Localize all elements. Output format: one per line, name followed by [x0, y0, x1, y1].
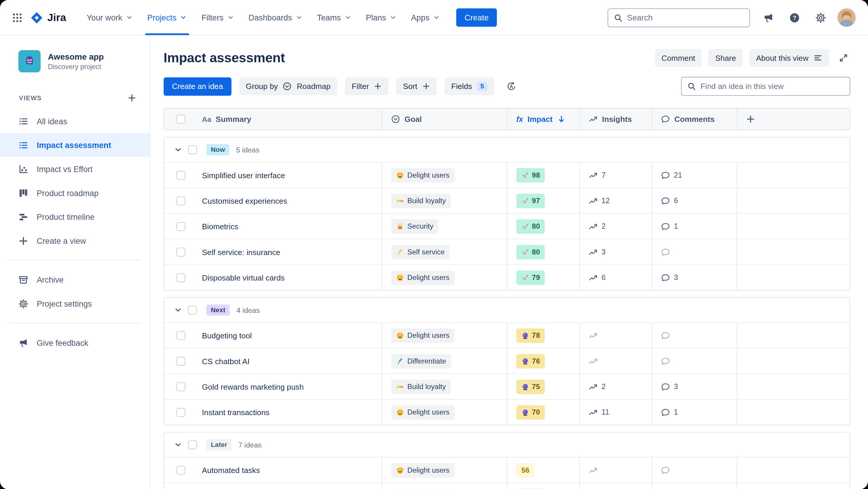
sidebar-item-all-ideas[interactable]: All ideas [0, 109, 150, 133]
comment-button[interactable]: Comment [655, 49, 702, 67]
collapse-group-button[interactable] [171, 303, 185, 317]
impact-score-chip[interactable]: 70 [517, 405, 545, 419]
comments-cell[interactable]: 3 [661, 273, 678, 282]
sidebar-item-give-feedback[interactable]: Give feedback [0, 331, 150, 355]
comments-cell[interactable]: 1 [661, 408, 678, 417]
idea-summary[interactable]: Biometrics [202, 222, 238, 231]
goal-chip[interactable]: Delight users [391, 270, 455, 285]
rank-order-button[interactable] [502, 78, 521, 95]
goal-chip[interactable]: Delight users [391, 328, 455, 342]
nav-your-work[interactable]: Your work [80, 0, 140, 35]
help-button[interactable] [785, 8, 804, 27]
nav-apps[interactable]: Apps [404, 0, 447, 35]
goal-chip[interactable]: Build loyalty [391, 379, 451, 394]
comments-cell[interactable] [661, 357, 674, 365]
table-row[interactable]: Simplified user interface Delight users … [164, 162, 849, 187]
column-header-goal[interactable]: Goal [382, 109, 507, 130]
sidebar-item-product-roadmap[interactable]: Product roadmap [0, 181, 150, 205]
row-checkbox[interactable] [176, 222, 185, 231]
insights-cell[interactable]: 3 [589, 247, 606, 256]
goal-chip[interactable]: Delight users [391, 405, 455, 419]
comments-cell[interactable]: 1 [661, 222, 678, 231]
impact-score-chip[interactable]: 80 [517, 219, 545, 234]
group-checkbox[interactable] [188, 305, 197, 314]
table-row[interactable]: Instant transactions Delight users 70 11… [164, 399, 849, 425]
insights-cell[interactable] [589, 331, 601, 340]
idea-summary[interactable]: Disposable virtual cards [202, 273, 285, 282]
create-button[interactable]: Create [456, 8, 497, 27]
fields-button[interactable]: Fields 5 [445, 78, 494, 95]
idea-summary[interactable]: CS chatbot AI [202, 357, 250, 365]
group-checkbox[interactable] [188, 440, 197, 449]
add-field-button[interactable] [746, 115, 755, 124]
row-checkbox[interactable] [176, 171, 185, 179]
idea-summary[interactable]: Budgeting tool [202, 331, 252, 340]
goal-chip[interactable]: Differentiate [391, 354, 451, 368]
sidebar-item-impact-vs-effort[interactable]: Impact vs Effort [0, 157, 150, 181]
row-checkbox[interactable] [176, 196, 185, 205]
column-header-comments[interactable]: Comments [652, 109, 737, 130]
app-switcher-button[interactable] [8, 8, 27, 27]
jira-logo[interactable]: Jira [30, 11, 66, 24]
insights-cell[interactable]: 11 [589, 408, 609, 417]
insights-cell[interactable]: 2 [589, 222, 606, 231]
comments-cell[interactable]: 6 [661, 196, 678, 205]
global-search-input[interactable] [627, 13, 744, 22]
create-an-idea-button[interactable]: Create an idea [164, 77, 231, 95]
row-checkbox[interactable] [176, 247, 185, 256]
add-view-button[interactable] [126, 93, 137, 104]
settings-button[interactable] [811, 8, 830, 27]
impact-score-chip[interactable]: 80 [517, 245, 545, 259]
comments-cell[interactable]: 3 [661, 382, 678, 391]
impact-score-chip[interactable]: 98 [517, 168, 545, 182]
find-idea-search[interactable] [681, 77, 850, 96]
insights-cell[interactable]: 2 [589, 382, 606, 391]
insights-cell[interactable]: 6 [589, 273, 606, 282]
column-header-impact[interactable]: fxImpact [507, 109, 579, 130]
announcements-button[interactable] [759, 8, 778, 27]
comments-cell[interactable] [661, 331, 674, 340]
table-row[interactable]: Disposable virtual cards Delight users 7… [164, 265, 849, 290]
impact-score-chip[interactable]: 97 [517, 193, 545, 208]
comments-cell[interactable] [661, 247, 674, 256]
idea-summary[interactable]: Instant transactions [202, 408, 270, 417]
project-header[interactable]: Awesome app Discovery project [0, 50, 150, 72]
impact-score-chip[interactable]: 79 [517, 270, 545, 285]
nav-teams[interactable]: Teams [310, 0, 359, 35]
sidebar-item-product-timeline[interactable]: Product timeline [0, 205, 150, 229]
insights-cell[interactable] [589, 357, 601, 365]
impact-score-chip[interactable]: 76 [517, 354, 545, 368]
idea-summary[interactable]: Customised experiences [202, 196, 287, 205]
row-checkbox[interactable] [176, 465, 185, 475]
nav-projects[interactable]: Projects [140, 0, 194, 35]
goal-chip[interactable]: Security [391, 219, 438, 234]
table-row[interactable]: Customised experiences Build loyalty 97 … [164, 188, 849, 213]
goal-chip[interactable]: Self service [391, 245, 450, 259]
insights-cell[interactable]: 12 [589, 196, 610, 205]
collapse-group-button[interactable] [171, 142, 185, 157]
comments-cell[interactable] [661, 465, 674, 475]
column-header-summary[interactable]: AaSummary [191, 109, 382, 130]
idea-summary[interactable]: Automated tasks [202, 465, 260, 475]
goal-chip[interactable]: Build loyalty [391, 193, 451, 208]
idea-summary[interactable]: Simplified user interface [202, 171, 285, 179]
share-button[interactable]: Share [709, 49, 743, 67]
nav-plans[interactable]: Plans [359, 0, 404, 35]
group-header[interactable]: Later 7 ideas [164, 432, 849, 457]
sidebar-item-create-a-view[interactable]: Create a view [0, 228, 150, 253]
row-checkbox[interactable] [176, 273, 185, 282]
impact-score-chip[interactable]: 78 [517, 328, 545, 342]
group-header[interactable]: Now 5 ideas [164, 137, 849, 162]
column-header-insights[interactable]: Insights [579, 109, 652, 130]
sidebar-item-impact-assessment[interactable]: Impact assessment [0, 133, 150, 157]
user-avatar[interactable] [837, 8, 856, 27]
table-row[interactable]: Budgeting tool Delight users 78 [164, 322, 849, 348]
global-search[interactable] [608, 8, 750, 27]
table-row[interactable]: Gold rewards marketing push Build loyalt… [164, 373, 849, 399]
row-checkbox[interactable] [176, 331, 185, 340]
idea-summary[interactable]: Gold rewards marketing push [202, 382, 304, 391]
filter-button[interactable]: Filter [345, 78, 389, 95]
impact-score-chip[interactable]: 56 [517, 463, 534, 478]
table-row[interactable]: Biometrics Security 80 2 1 [164, 213, 849, 239]
nav-filters[interactable]: Filters [194, 0, 241, 35]
